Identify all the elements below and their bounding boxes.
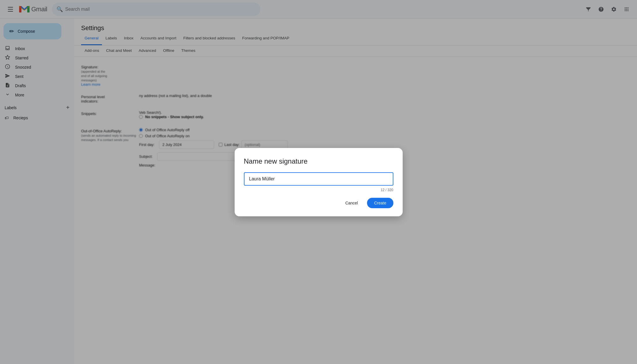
- create-button[interactable]: Create: [367, 198, 393, 208]
- dialog-char-count: 12 / 320: [244, 188, 393, 192]
- dialog-overlay: Name new signature 12 / 320 Cancel Creat…: [0, 0, 637, 364]
- dialog-input-wrap: [244, 172, 393, 186]
- signature-name-input[interactable]: [249, 176, 388, 182]
- name-signature-dialog: Name new signature 12 / 320 Cancel Creat…: [235, 148, 403, 216]
- cancel-button[interactable]: Cancel: [340, 198, 364, 208]
- dialog-title: Name new signature: [244, 157, 393, 165]
- dialog-actions: Cancel Create: [244, 198, 393, 208]
